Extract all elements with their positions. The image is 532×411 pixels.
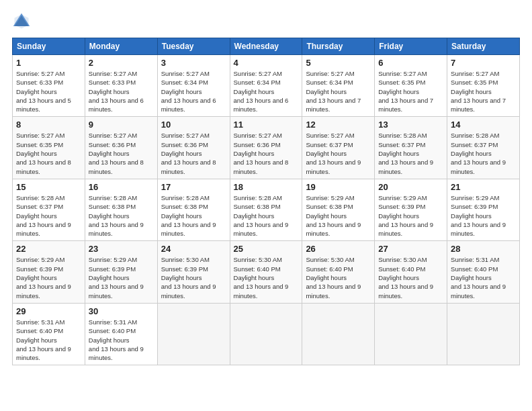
daylight-label: Daylight hours xyxy=(161,150,202,157)
sunrise-label: Sunrise: 5:31 AM xyxy=(451,256,499,263)
daylight-label: Daylight hours xyxy=(16,336,57,344)
daylight-value: and 13 hours and 9 minutes. xyxy=(306,221,361,237)
daylight-value: and 13 hours and 9 minutes. xyxy=(451,283,506,299)
day-info: Sunrise: 5:31 AMSunset: 6:40 PMDaylight … xyxy=(16,318,81,362)
sunset-label: Sunset: 6:37 PM xyxy=(378,141,425,148)
sunrise-label: Sunrise: 5:29 AM xyxy=(306,194,354,201)
sunrise-label: Sunrise: 5:31 AM xyxy=(89,318,137,326)
daylight-label: Daylight hours xyxy=(306,88,347,95)
col-header-thursday: Thursday xyxy=(302,38,375,55)
day-info: Sunrise: 5:28 AMSunset: 6:37 PMDaylight … xyxy=(378,131,443,175)
calendar-cell: 20Sunrise: 5:29 AMSunset: 6:39 PMDayligh… xyxy=(375,179,447,240)
col-header-sunday: Sunday xyxy=(13,38,85,55)
col-header-monday: Monday xyxy=(85,38,157,55)
day-number: 20 xyxy=(378,182,443,192)
daylight-label: Daylight hours xyxy=(378,274,419,281)
calendar-cell: 5Sunrise: 5:27 AMSunset: 6:34 PMDaylight… xyxy=(302,55,375,117)
sunrise-label: Sunrise: 5:28 AM xyxy=(451,132,499,139)
sunset-label: Sunset: 6:40 PM xyxy=(89,327,136,334)
sunset-label: Sunset: 6:33 PM xyxy=(16,79,63,86)
daylight-label: Daylight hours xyxy=(306,150,347,157)
sunrise-label: Sunrise: 5:27 AM xyxy=(306,132,354,139)
calendar-cell xyxy=(375,303,447,365)
sunset-label: Sunset: 6:34 PM xyxy=(234,79,281,86)
sunset-label: Sunset: 6:34 PM xyxy=(161,79,208,86)
daylight-value: and 13 hours and 9 minutes. xyxy=(378,221,433,237)
calendar-cell xyxy=(230,303,302,365)
day-number: 29 xyxy=(16,306,81,316)
day-number: 13 xyxy=(378,120,443,130)
daylight-label: Daylight hours xyxy=(451,88,492,95)
daylight-label: Daylight hours xyxy=(16,88,57,95)
day-number: 21 xyxy=(451,182,516,192)
daylight-label: Daylight hours xyxy=(89,274,130,281)
day-number: 1 xyxy=(16,58,81,68)
sunrise-label: Sunrise: 5:27 AM xyxy=(161,132,210,139)
daylight-label: Daylight hours xyxy=(378,212,419,220)
day-info: Sunrise: 5:30 AMSunset: 6:40 PMDaylight … xyxy=(378,255,443,300)
calendar-cell: 11Sunrise: 5:27 AMSunset: 6:36 PMDayligh… xyxy=(230,117,302,179)
calendar-cell: 25Sunrise: 5:30 AMSunset: 6:40 PMDayligh… xyxy=(230,241,302,303)
daylight-value: and 13 hours and 9 minutes. xyxy=(161,221,216,237)
day-number: 17 xyxy=(161,182,226,192)
day-number: 27 xyxy=(378,244,443,254)
day-number: 19 xyxy=(306,182,371,192)
calendar-cell: 13Sunrise: 5:28 AMSunset: 6:37 PMDayligh… xyxy=(375,117,447,179)
day-info: Sunrise: 5:29 AMSunset: 6:39 PMDaylight … xyxy=(89,255,154,300)
calendar-cell: 30Sunrise: 5:31 AMSunset: 6:40 PMDayligh… xyxy=(85,303,157,365)
day-info: Sunrise: 5:27 AMSunset: 6:34 PMDaylight … xyxy=(234,69,299,113)
sunrise-label: Sunrise: 5:29 AM xyxy=(89,256,137,263)
day-info: Sunrise: 5:30 AMSunset: 6:40 PMDaylight … xyxy=(234,255,299,300)
day-info: Sunrise: 5:30 AMSunset: 6:40 PMDaylight … xyxy=(306,255,371,300)
calendar-cell: 12Sunrise: 5:27 AMSunset: 6:37 PMDayligh… xyxy=(302,117,375,179)
daylight-value: and 13 hours and 8 minutes. xyxy=(161,158,216,175)
daylight-value: and 13 hours and 9 minutes. xyxy=(16,345,71,361)
daylight-value: and 13 hours and 9 minutes. xyxy=(161,283,216,299)
daylight-label: Daylight hours xyxy=(161,274,202,281)
daylight-value: and 13 hours and 7 minutes. xyxy=(378,97,433,113)
sunset-label: Sunset: 6:39 PM xyxy=(451,203,498,210)
sunset-label: Sunset: 6:40 PM xyxy=(16,327,63,334)
daylight-value: and 13 hours and 9 minutes. xyxy=(234,221,289,237)
day-number: 24 xyxy=(161,244,226,254)
day-number: 22 xyxy=(16,244,81,254)
day-number: 3 xyxy=(161,58,226,68)
sunrise-label: Sunrise: 5:28 AM xyxy=(89,194,137,201)
day-number: 2 xyxy=(89,58,154,68)
daylight-label: Daylight hours xyxy=(16,150,57,157)
logo xyxy=(12,12,34,31)
day-info: Sunrise: 5:28 AMSunset: 6:37 PMDaylight … xyxy=(16,193,81,238)
calendar-cell: 8Sunrise: 5:27 AMSunset: 6:35 PMDaylight… xyxy=(13,117,85,179)
col-header-wednesday: Wednesday xyxy=(230,38,302,55)
calendar-cell: 22Sunrise: 5:29 AMSunset: 6:39 PMDayligh… xyxy=(13,241,85,303)
daylight-label: Daylight hours xyxy=(234,88,275,95)
daylight-label: Daylight hours xyxy=(234,150,275,157)
daylight-value: and 13 hours and 6 minutes. xyxy=(89,97,144,113)
daylight-value: and 13 hours and 9 minutes. xyxy=(451,158,506,175)
day-info: Sunrise: 5:29 AMSunset: 6:39 PMDaylight … xyxy=(451,193,516,238)
day-number: 7 xyxy=(451,58,516,68)
sunrise-label: Sunrise: 5:27 AM xyxy=(89,70,137,77)
daylight-label: Daylight hours xyxy=(451,274,492,281)
daylight-value: and 13 hours and 7 minutes. xyxy=(451,97,506,113)
daylight-value: and 13 hours and 5 minutes. xyxy=(16,97,71,113)
daylight-label: Daylight hours xyxy=(306,212,347,220)
daylight-value: and 13 hours and 8 minutes. xyxy=(234,158,289,175)
daylight-value: and 13 hours and 9 minutes. xyxy=(89,345,144,361)
daylight-label: Daylight hours xyxy=(451,212,492,220)
sunrise-label: Sunrise: 5:27 AM xyxy=(451,70,499,77)
calendar-week-row: 1Sunrise: 5:27 AMSunset: 6:33 PMDaylight… xyxy=(13,55,520,117)
sunset-label: Sunset: 6:39 PM xyxy=(378,203,425,210)
daylight-label: Daylight hours xyxy=(161,88,202,95)
sunrise-label: Sunrise: 5:31 AM xyxy=(16,318,64,326)
col-header-friday: Friday xyxy=(375,38,447,55)
calendar-cell: 19Sunrise: 5:29 AMSunset: 6:38 PMDayligh… xyxy=(302,179,375,240)
day-info: Sunrise: 5:27 AMSunset: 6:35 PMDaylight … xyxy=(16,131,81,175)
day-number: 5 xyxy=(306,58,371,68)
sunrise-label: Sunrise: 5:30 AM xyxy=(161,256,210,263)
daylight-label: Daylight hours xyxy=(378,150,419,157)
calendar-cell: 10Sunrise: 5:27 AMSunset: 6:36 PMDayligh… xyxy=(157,117,230,179)
calendar-week-row: 15Sunrise: 5:28 AMSunset: 6:37 PMDayligh… xyxy=(13,179,520,240)
sunrise-label: Sunrise: 5:28 AM xyxy=(378,132,427,139)
day-number: 8 xyxy=(16,120,81,130)
